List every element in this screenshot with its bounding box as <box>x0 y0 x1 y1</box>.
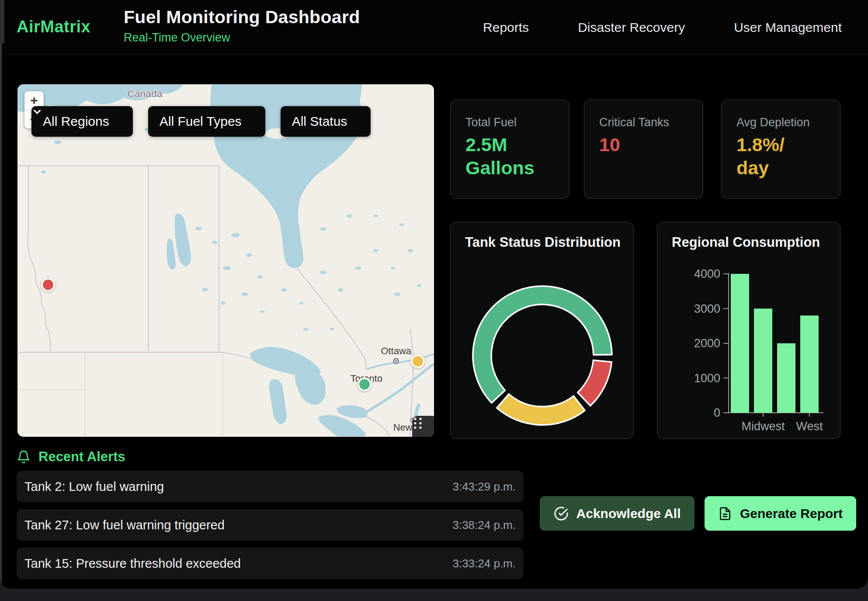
brand-logo: AirMatrix <box>17 17 90 36</box>
alert-time: 3:33:24 p.m. <box>452 557 516 570</box>
stat-value-line: 10 <box>599 133 620 156</box>
bar-region-1 <box>754 309 772 413</box>
stat-value: 2.5M Gallons <box>465 133 535 180</box>
stat-value: 10 <box>599 133 620 156</box>
title-block: Fuel Monitoring Dashboard Real-Time Over… <box>124 7 360 45</box>
bar-chart: 01000200030004000MidwestWest <box>657 222 841 439</box>
alert-text: Tank 2: Low fuel warning <box>24 480 164 494</box>
window-left-edge <box>0 0 2 589</box>
bar-region-2 <box>777 343 795 413</box>
nav-item-disaster-recovery[interactable]: Disaster Recovery <box>578 20 685 35</box>
window-bottom-strip <box>0 589 868 601</box>
stat-value: 1.8%/ day <box>736 133 785 180</box>
map-filters: All Regions All Fuel Types All Status <box>31 106 371 137</box>
filter-status[interactable]: All Status <box>281 106 371 137</box>
y-tick-label: 3000 <box>694 302 720 315</box>
donut-segment-warning <box>497 394 585 425</box>
map-canvas: Canada Ottawa Toronto New York <box>17 84 434 437</box>
stat-card-critical-tanks: Critical Tanks 10 <box>584 100 703 199</box>
window-header-edge <box>0 0 4 43</box>
stat-label: Avg Depletion <box>736 116 810 129</box>
chart-card-tank-status: Tank Status Distribution <box>450 222 634 439</box>
dashboard-root: AirMatrix Fuel Monitoring Dashboard Real… <box>0 0 868 589</box>
resize-grip-handle[interactable] <box>412 416 434 437</box>
alerts-header: Recent Alerts <box>17 449 125 465</box>
alert-text: Tank 27: Low fuel warning triggered <box>24 518 225 532</box>
chart-card-regional-consumption: Regional Consumption 01000200030004000Mi… <box>657 222 840 439</box>
x-tick-label: West <box>796 420 823 433</box>
tank-marker-normal[interactable] <box>358 377 372 391</box>
stat-label: Critical Tanks <box>599 116 669 129</box>
alert-row[interactable]: Tank 27: Low fuel warning triggered 3:38… <box>17 509 524 541</box>
check-circle-icon <box>554 506 569 521</box>
alert-time: 3:43:29 p.m. <box>452 480 516 494</box>
stat-value-line: 1.8%/ <box>736 133 785 156</box>
alerts-title: Recent Alerts <box>38 449 125 465</box>
acknowledge-all-button[interactable]: Acknowledge All <box>540 496 694 531</box>
tank-marker-warning[interactable] <box>411 354 425 368</box>
x-tick-label: Midwest <box>741 420 785 433</box>
alert-time: 3:38:24 p.m. <box>452 518 516 532</box>
generate-report-label: Generate Report <box>740 506 843 521</box>
stat-card-total-fuel: Total Fuel 2.5M Gallons <box>450 100 569 199</box>
acknowledge-all-label: Acknowledge All <box>576 506 681 521</box>
filter-regions[interactable]: All Regions <box>31 106 133 137</box>
map-label-ottawa: Ottawa <box>381 345 411 356</box>
alert-row[interactable]: Tank 15: Pressure threshold exceeded 3:3… <box>17 548 524 579</box>
filter-fuel-types[interactable]: All Fuel Types <box>148 106 265 137</box>
stat-label: Total Fuel <box>465 116 517 129</box>
main-nav: Reports Disaster Recovery User Managemen… <box>483 0 842 55</box>
map-panel[interactable]: Canada Ottawa Toronto New York + − All R… <box>17 84 434 437</box>
nav-item-reports[interactable]: Reports <box>483 20 529 35</box>
bell-icon <box>17 450 31 464</box>
alert-row[interactable]: Tank 2: Low fuel warning 3:43:29 p.m. <box>17 471 524 502</box>
stat-value-line: 2.5M <box>465 133 535 156</box>
file-text-icon <box>718 507 732 521</box>
y-tick-label: 2000 <box>694 337 720 350</box>
filter-fuel-types-label: All Fuel Types <box>160 114 242 129</box>
generate-report-button[interactable]: Generate Report <box>705 496 856 531</box>
map-label-canada: Canada <box>127 88 163 99</box>
page-title: Fuel Monitoring Dashboard <box>124 7 360 28</box>
grip-dots-icon <box>412 416 424 431</box>
filter-status-label: All Status <box>292 114 347 129</box>
y-tick-label: 0 <box>714 406 720 419</box>
filter-regions-label: All Regions <box>43 114 109 129</box>
tank-marker-critical[interactable] <box>41 278 55 292</box>
nav-item-user-management[interactable]: User Management <box>734 20 842 35</box>
header: AirMatrix Fuel Monitoring Dashboard Real… <box>0 0 868 55</box>
bar-region-3 <box>800 315 819 413</box>
stat-value-line: day <box>736 156 785 180</box>
bar-region-0 <box>731 274 749 413</box>
y-tick-label: 1000 <box>694 372 720 385</box>
donut-segment-critical <box>578 360 612 406</box>
stat-value-line: Gallons <box>465 156 535 180</box>
stat-card-avg-depletion: Avg Depletion 1.8%/ day <box>721 100 840 199</box>
alert-text: Tank 15: Pressure threshold exceeded <box>24 556 241 571</box>
donut-chart <box>451 222 634 439</box>
page-subtitle: Real-Time Overview <box>124 31 360 45</box>
y-tick-label: 4000 <box>694 267 720 280</box>
